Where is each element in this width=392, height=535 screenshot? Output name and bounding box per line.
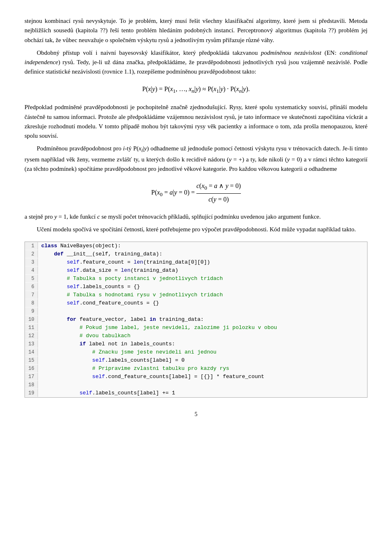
line-number: 19 [25, 389, 38, 397]
code-line-7: 7 # Tabulka s hodnotami rysu v jednotliv… [25, 291, 367, 299]
paragraph-6: Učení modelu spočívá ve spočítání četnos… [24, 225, 368, 234]
line-code: # Pokud jsme label, jeste nevideli, zalo… [38, 324, 367, 332]
page-number: 5 [24, 410, 368, 419]
code-line-3: 3 self.feature_count = len(training_data… [25, 258, 367, 266]
line-number: 4 [25, 266, 38, 274]
line-code: def __init__(self, training_data): [38, 250, 367, 258]
line-code: # Tabulka s pocty instanci v jednotlivyc… [38, 275, 367, 283]
line-code: if label not in labels_counts: [38, 340, 367, 348]
code-line-4: 4 self.data_size = len(training_data) [25, 266, 367, 275]
line-code [38, 381, 367, 389]
line-code: self.cond_feature_counts = {} [38, 299, 367, 307]
code-line-17: 17 self.cond_feature_counts[label] = [{}… [25, 373, 367, 381]
line-code [38, 307, 367, 316]
line-number: 2 [25, 250, 38, 258]
code-line-6: 6 self.labels_counts = {} [25, 283, 367, 291]
line-code: self.labels_counts[label] += 1 [38, 389, 367, 397]
code-line-5: 5 # Tabulka s pocty instanci v jednotliv… [25, 275, 367, 283]
code-line-8: 8 self.cond_feature_counts = {} [25, 299, 367, 307]
line-code: # Znacku jsme jeste nevideli ani jednou [38, 348, 367, 356]
line-number: 9 [25, 307, 38, 315]
line-code: # dvou tabulkach [38, 332, 367, 340]
line-number: 16 [25, 365, 38, 372]
line-number: 18 [25, 381, 38, 389]
code-line-14: 14 # Znacku jsme jeste nevideli ani jedn… [25, 348, 367, 356]
line-code: self.data_size = len(training_data) [38, 266, 367, 275]
code-line-10: 10 for feature_vector, label in training… [25, 316, 367, 324]
line-code: for feature_vector, label in training_da… [38, 316, 367, 324]
line-number: 7 [25, 291, 38, 299]
paragraph-5: a stejně pro y = 1, kde funkcí c se mysl… [24, 212, 368, 222]
page-content: stejnou kombinací rysů nevyskytuje. To j… [24, 16, 368, 398]
line-number: 14 [25, 348, 38, 356]
code-line-1: 1 class NaiveBayes(object): [25, 242, 367, 250]
line-number: 12 [25, 332, 38, 340]
line-number: 15 [25, 356, 38, 364]
code-line-2: 2 def __init__(self, training_data): [25, 250, 367, 258]
line-number: 17 [25, 373, 38, 381]
line-number: 8 [25, 299, 38, 307]
line-code: # Pripravime zvlastni tabulku pro kazdy … [38, 365, 367, 373]
line-code: self.feature_count = len(training_data[0… [38, 258, 367, 266]
paragraph-2: Obdobný přístup volí i naivní bayesovský… [24, 48, 368, 77]
line-number: 6 [25, 283, 38, 291]
paragraph-1: stejnou kombinací rysů nevyskytuje. To j… [24, 16, 368, 45]
code-line-13: 13 if label not in labels_counts: [25, 340, 367, 348]
code-block: 1 class NaiveBayes(object): 2 def __init… [24, 242, 368, 398]
paragraph-3: Předpoklad podmíněné pravděpodobnosti je… [24, 103, 368, 141]
line-number: 5 [25, 275, 38, 282]
code-line-11: 11 # Pokud jsme label, jeste nevideli, z… [25, 324, 367, 332]
line-number: 11 [25, 324, 38, 331]
line-code: self.cond_feature_counts[label] = [{}] *… [38, 373, 367, 381]
code-line-12: 12 # dvou tabulkach [25, 332, 367, 340]
math-equation-2: P(x0 = a|y = 0) = c(x0 = a ∧ y = 0) c(y … [24, 181, 368, 205]
line-code: class NaiveBayes(object): [38, 242, 367, 250]
line-code: # Tabulka s hodnotami rysu v jednotlivyc… [38, 291, 367, 299]
line-number: 10 [25, 316, 38, 323]
line-number: 1 [25, 242, 38, 250]
code-line-15: 15 self.labels_counts[label] = 0 [25, 356, 367, 365]
paragraph-4: Podmíněnou pravděpodobnost pro i-tý P(xi… [24, 144, 368, 174]
line-number: 13 [25, 340, 38, 348]
line-code: self.labels_counts = {} [38, 283, 367, 291]
code-line-18: 18 [25, 381, 367, 389]
code-line-19: 19 self.labels_counts[label] += 1 [25, 389, 367, 397]
line-number: 3 [25, 258, 38, 266]
math-equation-1: P(x|y) = P(x1, …, xn|y) ≈ P(x1|y) · P(xn… [24, 84, 368, 96]
line-code: self.labels_counts[label] = 0 [38, 356, 367, 365]
code-line-9: 9 [25, 307, 367, 316]
code-line-16: 16 # Pripravime zvlastni tabulku pro kaz… [25, 365, 367, 373]
